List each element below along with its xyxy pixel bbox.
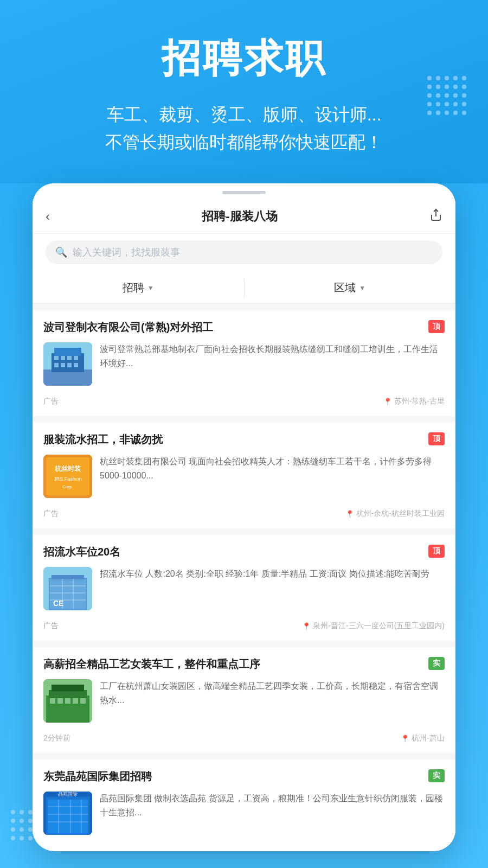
job-image-2: 杭丝时装 JRS Fashion Corp. [43,455,92,498]
svg-text:杭丝时装: 杭丝时装 [54,465,81,473]
job-desc-1: 波司登常熟总部基地制衣厂面向社会招收长期服装熟练缝纫工和缝纫工培训生，工作生活环… [100,342,445,386]
job-card-5-body: 晶苑国际 晶苑国际集团 做制衣选晶苑 货源足，工资高，粮期准！公司东业生意针织仿… [43,792,445,835]
job-time-4: 2分钟前 [43,733,70,743]
job-card-1[interactable]: 波司登制衣有限公司(常熟)对外招工 顶 [33,310,455,416]
svg-rect-31 [52,685,84,691]
job-title-5: 东莞晶苑国际集团招聘 [43,769,423,784]
job-card-3-footer: 广告 📍 泉州-晋江-三六一度公司(五里工业园内) [43,617,445,631]
svg-rect-10 [61,363,65,367]
back-button[interactable]: ‹ [46,209,50,224]
job-location-2: 📍 杭州-余杭-杭丝时装工业园 [345,509,445,519]
svg-text:CE: CE [53,599,63,608]
filter-job-arrow: ▼ [147,284,154,292]
job-card-4-body: 工厂在杭州萧山女装园区，做高端全精品工艺四季女装，工价高，长期稳定，有宿舍空调热… [43,679,445,723]
job-ad-label-3: 广告 [43,621,59,631]
svg-rect-33 [57,698,63,704]
job-card-3[interactable]: 招流水车位20名 顶 [33,535,455,641]
job-image-3: CE [43,567,92,610]
job-location-1: 📍 苏州-常熟-古里 [383,397,445,406]
svg-text:Corp.: Corp. [62,484,73,489]
badge-real-4: 实 [428,657,445,670]
hero-subtitle: 车工、裁剪、烫工、版师、设计师... 不管长期或临时都能帮你快速匹配！ [33,101,455,156]
badge-top-1: 顶 [428,320,445,333]
svg-rect-32 [50,698,55,704]
job-card-4[interactable]: 高薪招全精品工艺女装车工，整件和重点工序 实 [33,647,455,753]
job-card-2-header: 服装流水招工，非诚勿扰 顶 [43,432,445,447]
job-card-1-header: 波司登制衣有限公司(常熟)对外招工 顶 [43,320,445,335]
job-desc-3: 招流水车位 人数:20名 类别:全职 经验:1年 质量:半精品 工资:面议 岗位… [100,567,445,610]
search-bar-container: 🔍 输入关键词，找找服装事 [33,234,455,273]
svg-rect-6 [61,356,65,360]
job-title-4: 高薪招全精品工艺女装车工，整件和重点工序 [43,657,423,672]
search-input-wrapper[interactable]: 🔍 输入关键词，找找服装事 [46,240,442,264]
hero-title: 招聘求职 [33,33,455,85]
svg-text:JRS Fashion: JRS Fashion [54,476,82,482]
job-location-4: 📍 杭州-萧山 [401,733,445,743]
job-image-4 [43,679,92,723]
badge-top-3: 顶 [428,545,445,558]
phone-mockup: ‹ 招聘-服装八场 🔍 输入关键词，找找服装事 [33,183,455,851]
svg-rect-30 [49,690,87,698]
svg-rect-39 [48,800,88,833]
job-desc-4: 工厂在杭州萧山女装园区，做高端全精品工艺四季女装，工价高，长期稳定，有宿舍空调热… [100,679,445,723]
filter-area-label: 区域 [334,280,356,295]
job-desc-5: 晶苑国际集团 做制衣选晶苑 货源足，工资高，粮期准！公司东业生意针织仿闭服装，园… [100,792,445,835]
hero-subtitle-line1: 车工、裁剪、烫工、版师、设计师... [33,101,455,129]
job-card-1-footer: 广告 📍 苏州-常熟-古里 [43,392,445,406]
svg-rect-36 [80,698,86,704]
phone-notch [33,183,455,200]
job-card-3-body: CE 招流水车位 人数:20名 类别:全职 经验:1年 质量:半精品 工资:面议… [43,567,445,610]
svg-rect-7 [67,356,72,360]
share-button[interactable] [429,208,442,225]
svg-rect-12 [74,363,78,367]
job-title-1: 波司登制衣有限公司(常熟)对外招工 [43,320,423,335]
hero-section: 招聘求职 车工、裁剪、烫工、版师、设计师... 不管长期或临时都能帮你快速匹配！ [0,0,488,183]
job-card-3-header: 招流水车位20名 顶 [43,545,445,559]
badge-top-2: 顶 [428,432,445,445]
job-title-2: 服装流水招工，非诚勿扰 [43,432,423,447]
job-card-5-header: 东莞晶苑国际集团招聘 实 [43,769,445,784]
filter-job-label: 招聘 [123,280,144,295]
search-placeholder: 输入关键词，找找服装事 [73,246,180,259]
svg-rect-34 [65,698,70,704]
job-title-3: 招流水车位20名 [43,545,423,559]
location-icon-2: 📍 [345,510,354,518]
job-card-5[interactable]: 东莞晶苑国际集团招聘 实 [33,760,455,845]
filter-row: 招聘 ▼ 区域 ▼ [33,273,455,304]
job-ad-label-2: 广告 [43,509,59,519]
location-icon-1: 📍 [383,398,392,406]
dots-decoration-right [427,76,466,115]
filter-tab-job[interactable]: 招聘 ▼ [33,273,244,303]
svg-rect-5 [54,356,59,360]
job-card-4-footer: 2分钟前 📍 杭州-萧山 [43,729,445,743]
location-icon-3: 📍 [302,622,311,630]
svg-rect-35 [73,698,78,704]
job-location-3: 📍 泉州-晋江-三六一度公司(五里工业园内) [302,621,445,631]
app-header-title: 招聘-服装八场 [202,208,277,225]
notch-pill [222,191,266,194]
svg-rect-4 [54,348,81,356]
svg-text:晶苑国际: 晶苑国际 [58,792,78,797]
filter-area-arrow: ▼ [359,284,365,292]
location-icon-4: 📍 [401,735,409,743]
search-icon: 🔍 [55,246,67,258]
job-image-1 [43,342,92,386]
job-card-1-body: 波司登常熟总部基地制衣厂面向社会招收长期服装熟练缝纫工和缝纫工培训生，工作生活环… [43,342,445,386]
job-card-2-footer: 广告 📍 杭州-余杭-杭丝时装工业园 [43,505,445,519]
svg-rect-8 [74,356,78,360]
svg-rect-11 [67,363,72,367]
job-image-5: 晶苑国际 [43,792,92,835]
app-content: ‹ 招聘-服装八场 🔍 输入关键词，找找服装事 [33,200,455,845]
filter-tab-area[interactable]: 区域 ▼ [245,273,456,303]
phone-wrapper: ‹ 招聘-服装八场 🔍 输入关键词，找找服装事 [0,183,488,868]
svg-rect-9 [54,363,59,367]
job-ad-label-1: 广告 [43,397,59,406]
job-card-2-body: 杭丝时装 JRS Fashion Corp. 杭丝时装集团有限公司 现面向社会招… [43,455,445,498]
job-card-4-header: 高薪招全精品工艺女装车工，整件和重点工序 实 [43,657,445,672]
hero-subtitle-line2: 不管长期或临时都能帮你快速匹配！ [33,129,455,156]
job-card-2[interactable]: 服装流水招工，非诚勿扰 顶 杭丝时装 JRS Fashion Corp. 杭丝时… [33,423,455,528]
badge-real-5: 实 [428,769,445,782]
app-header: ‹ 招聘-服装八场 [33,200,455,234]
job-desc-2: 杭丝时装集团有限公司 现面向社会招收精英人才：熟练缝纫车工若干名，计件多劳多得5… [100,455,445,498]
